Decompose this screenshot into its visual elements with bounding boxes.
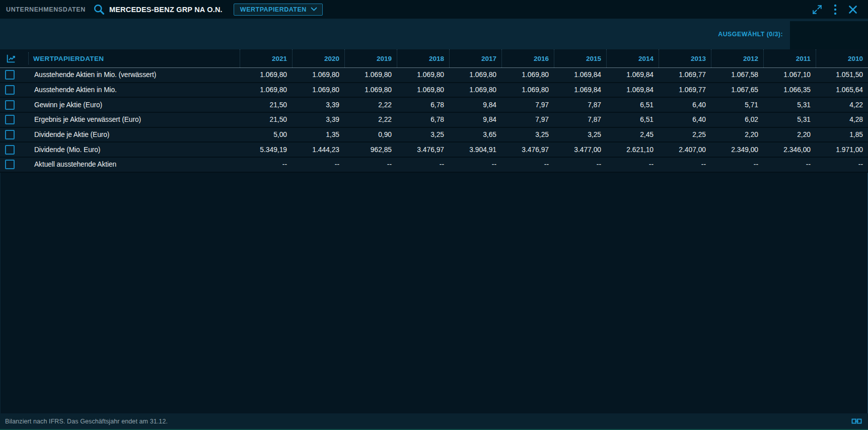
more-options-icon[interactable] xyxy=(834,4,837,15)
cell-value: 3.476,97 xyxy=(501,146,554,154)
year-header-2014: 2014 xyxy=(606,49,659,67)
cell-value: 21,50 xyxy=(240,116,292,123)
cell-value: 1.069,80 xyxy=(449,71,501,79)
cell-value: 1.067,58 xyxy=(711,71,763,79)
row-label: Gewinn je Aktie (Euro) xyxy=(34,101,102,109)
row-checkbox[interactable] xyxy=(5,100,15,110)
cell-value: 1.069,80 xyxy=(344,86,397,94)
cell-value: 2.621,10 xyxy=(606,146,659,154)
row-label: Ergebnis je Aktie verwässert (Euro) xyxy=(34,116,141,123)
cell-value: 1.069,80 xyxy=(292,71,344,79)
app-title: UNTERNEHMENSDATEN xyxy=(6,6,86,13)
cell-value: 1.069,84 xyxy=(554,86,606,94)
year-header-2010: 2010 xyxy=(816,49,868,67)
cell-value: 21,50 xyxy=(240,101,292,109)
cell-value: 1.069,77 xyxy=(659,71,711,79)
table-body: Ausstehende Aktien in Mio. (verwässert)1… xyxy=(0,68,868,173)
accounting-note: Bilanziert nach IFRS. Das Geschäftsjahr … xyxy=(5,418,168,425)
cell-value: 1.069,80 xyxy=(397,86,449,94)
cell-value: 7,97 xyxy=(501,101,554,109)
cell-value: 1,35 xyxy=(292,131,344,138)
row-label-cell: Aktuell ausstehende Aktien xyxy=(0,160,240,169)
table-row: Dividende (Mio. Euro)5.349,191.444,23962… xyxy=(0,142,868,158)
table-header: WERTPAPIERDATEN 202120202019201820172016… xyxy=(0,49,868,68)
cell-value: 2,20 xyxy=(711,131,763,138)
dataset-dropdown[interactable]: WERTPAPIERDATEN xyxy=(234,4,323,16)
year-header-2013: 2013 xyxy=(659,49,711,67)
row-checkbox[interactable] xyxy=(5,85,15,95)
cell-value: 1.067,65 xyxy=(711,86,763,94)
year-header-2020: 2020 xyxy=(292,49,344,67)
cell-value: 962,85 xyxy=(344,146,397,154)
search-icon[interactable] xyxy=(93,3,105,16)
cell-value: -- xyxy=(240,161,292,168)
cell-value: 3,39 xyxy=(292,116,344,123)
cell-value: 5,00 xyxy=(240,131,292,138)
row-label: Dividende je Aktie (Euro) xyxy=(34,131,109,138)
cell-value: 1.065,64 xyxy=(816,86,868,94)
cell-value: -- xyxy=(554,161,606,168)
cell-value: -- xyxy=(711,161,763,168)
selected-count-label: AUSGEWÄHLT (0/3): xyxy=(718,31,783,38)
row-checkbox[interactable] xyxy=(5,160,15,169)
table-row: Aktuell ausstehende Aktien--------------… xyxy=(0,158,868,173)
cell-value: 1,85 xyxy=(816,131,868,138)
cell-value: 0,90 xyxy=(344,131,397,138)
cell-value: 3,25 xyxy=(501,131,554,138)
cell-value: 3,25 xyxy=(397,131,449,138)
row-label-cell: Dividende je Aktie (Euro) xyxy=(0,130,240,139)
cell-value: 2,22 xyxy=(344,116,397,123)
year-header-2019: 2019 xyxy=(344,49,397,67)
cell-value: 1.051,50 xyxy=(816,71,868,79)
top-bar: UNTERNEHMENSDATEN MERCEDES-BENZ GRP NA O… xyxy=(0,0,868,19)
cell-value: 1.971,00 xyxy=(816,146,868,154)
cell-value: 3,25 xyxy=(554,131,606,138)
cell-value: 5,31 xyxy=(763,101,816,109)
cell-value: 2,45 xyxy=(606,131,659,138)
close-icon[interactable] xyxy=(848,5,858,15)
row-checkbox[interactable] xyxy=(5,70,15,80)
cell-value: 4,28 xyxy=(816,116,868,123)
cell-value: -- xyxy=(397,161,449,168)
year-header-2018: 2018 xyxy=(397,49,449,67)
cell-value: 3.904,91 xyxy=(449,146,501,154)
chevron-down-icon xyxy=(311,7,317,12)
year-header-2012: 2012 xyxy=(711,49,763,67)
row-checkbox[interactable] xyxy=(5,115,15,124)
row-checkbox[interactable] xyxy=(5,145,15,155)
cell-value: 6,78 xyxy=(397,116,449,123)
table-row: Ergebnis je Aktie verwässert (Euro)21,50… xyxy=(0,113,868,128)
row-label-cell: Ergebnis je Aktie verwässert (Euro) xyxy=(0,115,240,124)
year-header-2021: 2021 xyxy=(240,49,292,67)
cell-value: 5,31 xyxy=(763,116,816,123)
cell-value: 1.069,80 xyxy=(292,86,344,94)
cell-value: 2.346,00 xyxy=(763,146,816,154)
cell-value: 1.069,80 xyxy=(240,86,292,94)
footer-bar: Bilanziert nach IFRS. Das Geschäftsjahr … xyxy=(0,413,868,430)
cell-value: 7,87 xyxy=(554,116,606,123)
link-icon[interactable] xyxy=(851,417,862,425)
cell-value: -- xyxy=(816,161,868,168)
row-label: Ausstehende Aktien in Mio. (verwässert) xyxy=(34,71,156,79)
cell-value: 2,20 xyxy=(763,131,816,138)
year-header-2016: 2016 xyxy=(501,49,554,67)
cell-value: 1.444,23 xyxy=(292,146,344,154)
cell-value: 6,78 xyxy=(397,101,449,109)
cell-value: -- xyxy=(449,161,501,168)
cell-value: 2,22 xyxy=(344,101,397,109)
row-checkbox[interactable] xyxy=(5,130,15,139)
table-row: Ausstehende Aktien in Mio.1.069,801.069,… xyxy=(0,83,868,98)
cell-value: 6,40 xyxy=(659,101,711,109)
cell-value: -- xyxy=(501,161,554,168)
cell-value: 7,97 xyxy=(501,116,554,123)
table-row: Gewinn je Aktie (Euro)21,503,392,226,789… xyxy=(0,98,868,113)
expand-icon[interactable] xyxy=(812,4,823,15)
cell-value: 1.069,80 xyxy=(501,86,554,94)
cell-value: 9,84 xyxy=(449,116,501,123)
year-header-2017: 2017 xyxy=(449,49,501,67)
year-header-2015: 2015 xyxy=(554,49,606,67)
cell-value: 9,84 xyxy=(449,101,501,109)
cell-value: 7,87 xyxy=(554,101,606,109)
cell-value: 6,40 xyxy=(659,116,711,123)
line-chart-icon[interactable] xyxy=(6,53,17,64)
